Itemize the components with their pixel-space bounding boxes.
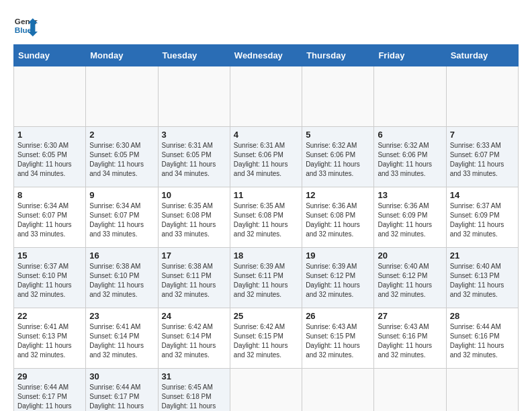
day-number: 30 (89, 371, 154, 381)
day-info: Sunrise: 6:40 AM Sunset: 6:13 PM Dayligh… (450, 262, 515, 300)
day-info: Sunrise: 6:35 AM Sunset: 6:08 PM Dayligh… (162, 201, 226, 239)
calendar-week-4: 15Sunrise: 6:37 AM Sunset: 6:10 PM Dayli… (14, 248, 519, 308)
day-info: Sunrise: 6:40 AM Sunset: 6:12 PM Dayligh… (378, 262, 442, 300)
calendar-cell: 10Sunrise: 6:35 AM Sunset: 6:08 PM Dayli… (158, 187, 230, 248)
calendar-cell (14, 66, 86, 127)
day-number: 16 (89, 250, 154, 261)
day-info: Sunrise: 6:37 AM Sunset: 6:10 PM Dayligh… (17, 262, 82, 300)
calendar-cell: 12Sunrise: 6:36 AM Sunset: 6:08 PM Dayli… (302, 187, 374, 248)
day-info: Sunrise: 6:42 AM Sunset: 6:15 PM Dayligh… (234, 322, 298, 360)
day-number: 21 (450, 250, 515, 261)
calendar-cell: 21Sunrise: 6:40 AM Sunset: 6:13 PM Dayli… (446, 248, 518, 308)
day-info: Sunrise: 6:35 AM Sunset: 6:08 PM Dayligh… (234, 201, 298, 239)
calendar-cell: 14Sunrise: 6:37 AM Sunset: 6:09 PM Dayli… (446, 187, 518, 248)
calendar-cell: 8Sunrise: 6:34 AM Sunset: 6:07 PM Daylig… (14, 187, 86, 248)
calendar-cell: 28Sunrise: 6:44 AM Sunset: 6:16 PM Dayli… (446, 308, 518, 369)
calendar-cell: 3Sunrise: 6:31 AM Sunset: 6:05 PM Daylig… (158, 127, 230, 187)
day-number: 27 (378, 311, 442, 321)
calendar-week-2: 1Sunrise: 6:30 AM Sunset: 6:05 PM Daylig… (14, 127, 519, 187)
weekday-header-thursday: Thursday (302, 45, 374, 66)
page-header: General Blue (13, 13, 519, 38)
calendar-cell: 7Sunrise: 6:33 AM Sunset: 6:07 PM Daylig… (446, 127, 518, 187)
day-info: Sunrise: 6:41 AM Sunset: 6:14 PM Dayligh… (89, 322, 154, 360)
calendar-cell: 2Sunrise: 6:30 AM Sunset: 6:05 PM Daylig… (86, 127, 158, 187)
weekday-header-saturday: Saturday (446, 45, 518, 66)
calendar-cell (302, 369, 374, 412)
calendar-cell: 25Sunrise: 6:42 AM Sunset: 6:15 PM Dayli… (230, 308, 302, 369)
day-number: 28 (450, 311, 515, 321)
calendar-body: 1Sunrise: 6:30 AM Sunset: 6:05 PM Daylig… (14, 66, 519, 412)
day-number: 7 (450, 130, 515, 140)
calendar-cell (230, 369, 302, 412)
day-number: 20 (378, 250, 442, 261)
calendar-cell: 11Sunrise: 6:35 AM Sunset: 6:08 PM Dayli… (230, 187, 302, 248)
day-number: 3 (162, 130, 226, 140)
weekday-header-wednesday: Wednesday (230, 45, 302, 66)
day-info: Sunrise: 6:39 AM Sunset: 6:12 PM Dayligh… (306, 262, 370, 300)
weekday-header-friday: Friday (374, 45, 446, 66)
day-info: Sunrise: 6:30 AM Sunset: 6:05 PM Dayligh… (89, 141, 154, 179)
day-number: 26 (306, 311, 370, 321)
day-info: Sunrise: 6:39 AM Sunset: 6:11 PM Dayligh… (234, 262, 298, 300)
calendar-cell: 19Sunrise: 6:39 AM Sunset: 6:12 PM Dayli… (302, 248, 374, 308)
calendar-cell (374, 66, 446, 127)
day-info: Sunrise: 6:36 AM Sunset: 6:09 PM Dayligh… (378, 201, 442, 239)
day-info: Sunrise: 6:31 AM Sunset: 6:06 PM Dayligh… (234, 141, 298, 179)
day-number: 12 (306, 190, 370, 200)
day-number: 9 (89, 190, 154, 200)
day-number: 17 (162, 250, 226, 261)
calendar-cell: 18Sunrise: 6:39 AM Sunset: 6:11 PM Dayli… (230, 248, 302, 308)
calendar-cell: 13Sunrise: 6:36 AM Sunset: 6:09 PM Dayli… (374, 187, 446, 248)
calendar-header: SundayMondayTuesdayWednesdayThursdayFrid… (14, 45, 519, 66)
day-info: Sunrise: 6:33 AM Sunset: 6:07 PM Dayligh… (450, 141, 515, 179)
day-info: Sunrise: 6:32 AM Sunset: 6:06 PM Dayligh… (378, 141, 442, 179)
day-info: Sunrise: 6:42 AM Sunset: 6:14 PM Dayligh… (162, 322, 226, 360)
day-number: 4 (234, 130, 298, 140)
calendar-cell: 15Sunrise: 6:37 AM Sunset: 6:10 PM Dayli… (14, 248, 86, 308)
day-number: 6 (378, 130, 442, 140)
day-number: 25 (234, 311, 298, 321)
day-number: 2 (89, 130, 154, 140)
calendar-cell: 26Sunrise: 6:43 AM Sunset: 6:15 PM Dayli… (302, 308, 374, 369)
calendar-cell (446, 369, 518, 412)
day-number: 31 (162, 371, 226, 381)
calendar-cell: 20Sunrise: 6:40 AM Sunset: 6:12 PM Dayli… (374, 248, 446, 308)
day-number: 22 (17, 311, 82, 321)
calendar-cell: 24Sunrise: 6:42 AM Sunset: 6:14 PM Dayli… (158, 308, 230, 369)
calendar-week-1 (14, 66, 519, 127)
calendar-cell (158, 66, 230, 127)
calendar-cell (86, 66, 158, 127)
weekday-header-sunday: Sunday (14, 45, 86, 66)
logo: General Blue (13, 13, 38, 38)
day-info: Sunrise: 6:43 AM Sunset: 6:16 PM Dayligh… (378, 322, 442, 360)
calendar-cell (230, 66, 302, 127)
day-number: 1 (17, 130, 82, 140)
calendar-cell: 16Sunrise: 6:38 AM Sunset: 6:10 PM Dayli… (86, 248, 158, 308)
day-number: 11 (234, 190, 298, 200)
calendar-cell: 4Sunrise: 6:31 AM Sunset: 6:06 PM Daylig… (230, 127, 302, 187)
day-info: Sunrise: 6:44 AM Sunset: 6:17 PM Dayligh… (17, 383, 82, 411)
day-info: Sunrise: 6:34 AM Sunset: 6:07 PM Dayligh… (89, 201, 154, 239)
calendar-cell: 29Sunrise: 6:44 AM Sunset: 6:17 PM Dayli… (14, 369, 86, 412)
calendar-cell: 9Sunrise: 6:34 AM Sunset: 6:07 PM Daylig… (86, 187, 158, 248)
weekday-header-monday: Monday (86, 45, 158, 66)
day-number: 5 (306, 130, 370, 140)
calendar-cell: 31Sunrise: 6:45 AM Sunset: 6:18 PM Dayli… (158, 369, 230, 412)
day-number: 23 (89, 311, 154, 321)
calendar-week-5: 22Sunrise: 6:41 AM Sunset: 6:13 PM Dayli… (14, 308, 519, 369)
calendar-cell: 30Sunrise: 6:44 AM Sunset: 6:17 PM Dayli… (86, 369, 158, 412)
day-info: Sunrise: 6:37 AM Sunset: 6:09 PM Dayligh… (450, 201, 515, 239)
day-info: Sunrise: 6:45 AM Sunset: 6:18 PM Dayligh… (162, 383, 226, 411)
day-info: Sunrise: 6:31 AM Sunset: 6:05 PM Dayligh… (162, 141, 226, 179)
calendar-cell: 22Sunrise: 6:41 AM Sunset: 6:13 PM Dayli… (14, 308, 86, 369)
calendar-cell: 27Sunrise: 6:43 AM Sunset: 6:16 PM Dayli… (374, 308, 446, 369)
calendar-week-3: 8Sunrise: 6:34 AM Sunset: 6:07 PM Daylig… (14, 187, 519, 248)
day-info: Sunrise: 6:43 AM Sunset: 6:15 PM Dayligh… (306, 322, 370, 360)
calendar-table: SundayMondayTuesdayWednesdayThursdayFrid… (13, 44, 519, 411)
day-info: Sunrise: 6:41 AM Sunset: 6:13 PM Dayligh… (17, 322, 82, 360)
day-info: Sunrise: 6:36 AM Sunset: 6:08 PM Dayligh… (306, 201, 370, 239)
day-number: 24 (162, 311, 226, 321)
weekday-header-tuesday: Tuesday (158, 45, 230, 66)
day-info: Sunrise: 6:44 AM Sunset: 6:16 PM Dayligh… (450, 322, 515, 360)
day-number: 19 (306, 250, 370, 261)
